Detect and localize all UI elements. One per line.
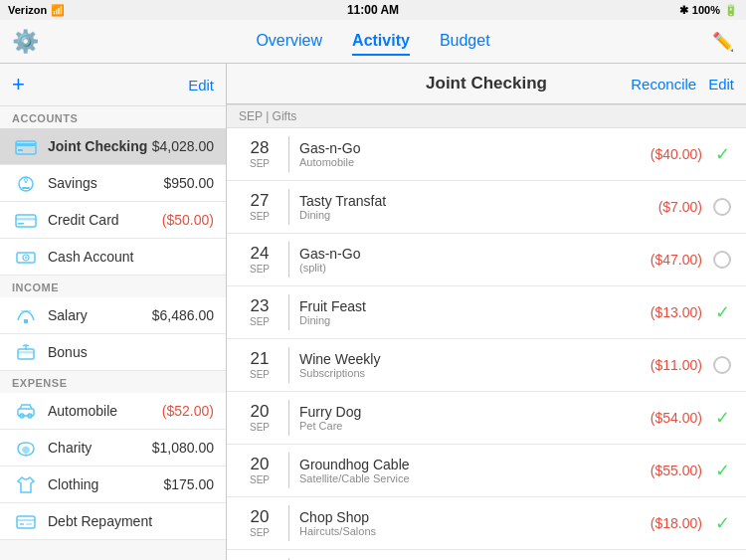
automobile-balance: ($52.00): [162, 403, 214, 419]
txn-divider: [288, 347, 289, 383]
txn-date-23: 23 SEP: [239, 297, 280, 327]
clothing-name: Clothing: [48, 476, 163, 492]
table-row[interactable]: 21 SEP Wine Weekly Subscriptions ($11.00…: [227, 339, 746, 392]
sidebar-edit-button[interactable]: Edit: [188, 77, 214, 93]
bonus-name: Bonus: [48, 344, 214, 360]
txn-divider: [288, 189, 289, 225]
txn-amount: ($55.00): [651, 463, 702, 478]
nav-tabs: Overview Activity Budget: [256, 28, 489, 56]
table-row[interactable]: 20 SEP Pumpin' Pounds Health Club/Exerci…: [227, 550, 746, 560]
savings-icon: [12, 173, 40, 193]
panel-title: Joint Checking: [426, 74, 547, 93]
txn-divider: [288, 505, 289, 541]
txn-date-24: 24 SEP: [239, 245, 280, 275]
account-item-automobile[interactable]: Automobile ($52.00): [0, 393, 226, 430]
clothing-balance: $175.00: [163, 476, 214, 492]
svg-rect-7: [18, 223, 24, 225]
panel-header: Joint Checking Reconcile Edit: [227, 64, 746, 104]
svg-rect-11: [24, 319, 28, 323]
txn-info: Wine Weekly Subscriptions: [299, 351, 651, 379]
txn-info: Tasty Transfat Dining: [299, 193, 658, 221]
txn-divider: [288, 242, 289, 278]
svg-rect-12: [21, 310, 31, 312]
nav-bar: ⚙️ Overview Activity Budget ✏️: [0, 20, 746, 64]
wifi-icon: 📶: [51, 4, 65, 17]
sidebar: + Edit ACCOUNTS Joint Checking $4,028.00: [0, 64, 227, 560]
nav-right: ✏️: [712, 31, 734, 53]
account-item-cash[interactable]: Cash Account: [0, 239, 226, 276]
savings-balance: $950.00: [163, 175, 214, 191]
table-row[interactable]: 27 SEP Tasty Transfat Dining ($7.00): [227, 181, 746, 234]
txn-status[interactable]: [710, 198, 734, 216]
account-item-joint-checking[interactable]: Joint Checking $4,028.00: [0, 128, 226, 165]
svg-rect-13: [18, 349, 34, 359]
panel-actions: Reconcile Edit: [631, 76, 734, 93]
status-right: ✱ 100% 🔋: [679, 4, 738, 17]
table-row[interactable]: 20 SEP Furry Dog Pet Care ($54.00) ✓: [227, 392, 746, 445]
svg-point-10: [25, 257, 27, 259]
txn-status[interactable]: ✓: [710, 460, 734, 481]
salary-icon: [12, 305, 40, 325]
clothing-icon: [12, 474, 40, 494]
txn-info: Gas-n-Go (split): [299, 246, 651, 274]
salary-name: Salary: [48, 307, 152, 323]
txn-amount: ($7.00): [658, 199, 702, 215]
joint-checking-icon: [12, 136, 40, 156]
txn-info: Chop Shop Haircuts/Salons: [299, 509, 651, 537]
txn-status[interactable]: ✓: [710, 512, 734, 534]
debt-icon: [12, 511, 40, 531]
reconcile-button[interactable]: Reconcile: [631, 76, 696, 93]
account-item-charity[interactable]: Charity $1,080.00: [0, 430, 226, 467]
credit-card-balance: ($50.00): [162, 212, 214, 228]
tab-budget[interactable]: Budget: [440, 28, 490, 56]
tab-activity[interactable]: Activity: [352, 28, 410, 56]
date-group-header-sep-gifts: SEP | Gifts: [227, 104, 746, 128]
tab-overview[interactable]: Overview: [256, 28, 322, 56]
right-panel: Joint Checking Reconcile Edit SEP | Gift…: [227, 64, 746, 560]
compose-icon[interactable]: ✏️: [712, 32, 734, 52]
table-row[interactable]: 20 SEP Groundhog Cable Satellite/Cable S…: [227, 445, 746, 497]
account-item-bonus[interactable]: Bonus: [0, 334, 226, 371]
txn-info: Gas-n-Go Automobile: [299, 140, 651, 168]
settings-icon[interactable]: ⚙️: [12, 29, 39, 54]
txn-divider: [288, 400, 289, 436]
txn-status[interactable]: [710, 356, 734, 374]
charity-icon: [12, 438, 40, 458]
txn-status[interactable]: ✓: [710, 143, 734, 165]
automobile-name: Automobile: [48, 403, 162, 419]
txn-status[interactable]: ✓: [710, 301, 734, 323]
debt-name: Debt Repayment: [48, 513, 214, 529]
add-account-button[interactable]: +: [12, 72, 25, 97]
table-row[interactable]: 20 SEP Chop Shop Haircuts/Salons ($18.00…: [227, 497, 746, 550]
txn-amount: ($18.00): [651, 515, 702, 531]
txn-amount: ($11.00): [651, 357, 702, 373]
charity-balance: $1,080.00: [152, 440, 214, 456]
txn-date-27: 27 SEP: [239, 192, 280, 222]
salary-balance: $6,486.00: [152, 307, 214, 323]
joint-checking-balance: $4,028.00: [152, 138, 214, 154]
panel-edit-button[interactable]: Edit: [708, 76, 734, 93]
txn-date-20c: 20 SEP: [239, 508, 280, 538]
account-item-savings[interactable]: Savings $950.00: [0, 165, 226, 202]
txn-date-21: 21 SEP: [239, 350, 280, 380]
expense-section-header: EXPENSE: [0, 371, 226, 393]
cash-icon: [12, 247, 40, 267]
status-left: Verizon 📶: [8, 4, 65, 17]
account-item-debt-repayment[interactable]: Debt Repayment: [0, 503, 226, 540]
txn-status[interactable]: [710, 251, 734, 269]
account-item-credit-card[interactable]: Credit Card ($50.00): [0, 202, 226, 239]
table-row[interactable]: 23 SEP Fruit Feast Dining ($13.00) ✓: [227, 286, 746, 339]
account-item-clothing[interactable]: Clothing $175.00: [0, 467, 226, 503]
account-item-salary[interactable]: Salary $6,486.00: [0, 297, 226, 334]
txn-divider: [288, 294, 289, 330]
income-section-header: INCOME: [0, 276, 226, 297]
carrier-label: Verizon: [8, 4, 47, 16]
main-content: + Edit ACCOUNTS Joint Checking $4,028.00: [0, 64, 746, 560]
txn-status[interactable]: ✓: [710, 407, 734, 429]
sidebar-toolbar: + Edit: [0, 64, 226, 106]
table-row[interactable]: 24 SEP Gas-n-Go (split) ($47.00): [227, 234, 746, 286]
svg-rect-19: [20, 523, 24, 525]
savings-name: Savings: [48, 175, 163, 191]
svg-rect-18: [17, 516, 35, 528]
table-row[interactable]: 28 SEP Gas-n-Go Automobile ($40.00) ✓: [227, 128, 746, 181]
